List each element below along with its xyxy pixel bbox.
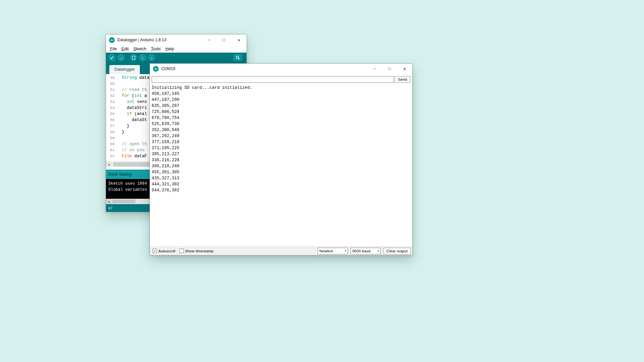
autoscroll-checkbox[interactable]: ✓ Autoscroll bbox=[153, 249, 175, 253]
autoscroll-label: Autoscroll bbox=[158, 249, 175, 253]
serial-output-line: 377,158,218 bbox=[152, 139, 411, 145]
code-text: int sens bbox=[115, 99, 147, 105]
code-text: } bbox=[115, 123, 129, 129]
baud-rate-value: 9600 baud bbox=[352, 249, 370, 253]
serial-output-line: 371,195,225 bbox=[152, 145, 411, 151]
chevron-down-icon: ▾ bbox=[378, 249, 379, 252]
serial-output-line: 368,218,248 bbox=[152, 163, 411, 169]
save-icon: ↓ bbox=[151, 56, 153, 60]
checkbox-box: ✓ bbox=[153, 249, 157, 253]
line-number: 60 bbox=[106, 141, 115, 147]
clear-output-button[interactable]: Clear output bbox=[383, 248, 411, 254]
code-text: // read th bbox=[115, 87, 147, 93]
code-text: dataSt bbox=[115, 117, 147, 123]
scroll-left-icon: ◀ bbox=[108, 163, 110, 166]
serial-output-line: 725,686,528 bbox=[152, 109, 411, 115]
code-text bbox=[115, 135, 122, 141]
check-icon: ✓ bbox=[153, 249, 156, 253]
code-text: dataStri bbox=[115, 105, 147, 111]
show-timestamp-label: Show timestamp bbox=[185, 249, 214, 253]
new-sketch-icon bbox=[132, 56, 135, 60]
line-number: 59 bbox=[106, 135, 115, 141]
monitor-titlebar[interactable]: ∞ COM19 − □ × bbox=[150, 64, 412, 74]
line-number: 57 bbox=[106, 123, 115, 129]
upload-icon: → bbox=[119, 56, 123, 60]
serial-monitor-button[interactable] bbox=[233, 54, 242, 61]
open-icon: ↑ bbox=[142, 56, 144, 60]
console-scrollbar-thumb[interactable] bbox=[112, 199, 136, 203]
serial-output-line: 367,202,249 bbox=[152, 133, 411, 139]
monitor-window-controls: − □ × bbox=[367, 64, 412, 74]
code-text: String data bbox=[115, 75, 150, 81]
minimize-button[interactable]: − bbox=[201, 35, 216, 45]
line-number: 53 bbox=[106, 99, 115, 105]
serial-output-line: 395,213,227 bbox=[152, 151, 411, 157]
ide-titlebar[interactable]: ∞ Datalogger | Arduino 1.8.13 − □ × bbox=[106, 35, 247, 45]
maximize-button[interactable]: □ bbox=[382, 64, 397, 74]
tab-datalogger[interactable]: Datalogger bbox=[109, 65, 140, 74]
line-number: 56 bbox=[106, 117, 115, 123]
magnifier-icon bbox=[235, 55, 240, 60]
serial-output-line: 525,639,738 bbox=[152, 121, 411, 127]
send-button[interactable]: Send bbox=[394, 76, 411, 83]
menu-help[interactable]: Help bbox=[163, 47, 176, 51]
serial-output-line: 352,380,548 bbox=[152, 127, 411, 133]
close-button[interactable]: × bbox=[231, 35, 247, 45]
line-number: 50 bbox=[106, 81, 115, 87]
menu-file[interactable]: File bbox=[108, 47, 119, 51]
serial-output-line: 544,376,302 bbox=[152, 187, 411, 193]
code-text: File dataF bbox=[115, 153, 147, 159]
serial-output-line: 678,780,754 bbox=[152, 115, 411, 121]
serial-send-row: Send bbox=[152, 76, 411, 83]
line-number: 58 bbox=[106, 129, 115, 135]
line-ending-value: Newline bbox=[319, 249, 333, 253]
minimize-button[interactable]: − bbox=[367, 64, 382, 74]
serial-output-line: 338,216,228 bbox=[152, 157, 411, 163]
close-button[interactable]: × bbox=[397, 64, 412, 74]
serial-output-line: Initializing SD card...card initialized. bbox=[152, 85, 411, 91]
monitor-window-title: COM19 bbox=[161, 66, 175, 71]
upload-button[interactable]: → bbox=[117, 54, 125, 61]
ide-toolbar: ✓ → ↑ ↓ bbox=[106, 53, 247, 63]
ide-menubar: File Edit Sketch Tools Help bbox=[106, 45, 247, 53]
infinity-glyph: ∞ bbox=[111, 38, 113, 42]
serial-output-line: 455,301,305 bbox=[152, 169, 411, 175]
baud-rate-select[interactable]: 9600 baud ▾ bbox=[351, 248, 381, 254]
serial-output-line: 458,197,145 bbox=[152, 91, 411, 97]
console-scroll-left-button[interactable]: ◀ bbox=[106, 199, 111, 204]
show-timestamp-checkbox[interactable]: ✓ Show timestamp bbox=[179, 249, 214, 253]
serial-output-line: 635,385,207 bbox=[152, 103, 411, 109]
menu-edit[interactable]: Edit bbox=[119, 47, 131, 51]
save-button[interactable]: ↓ bbox=[148, 54, 155, 61]
ide-window-title: Datalogger | Arduino 1.8.13 bbox=[117, 38, 166, 42]
serial-output-line: 444,321,302 bbox=[152, 181, 411, 187]
code-text: // open th bbox=[115, 141, 147, 147]
menu-sketch[interactable]: Sketch bbox=[131, 47, 149, 51]
maximize-button[interactable]: □ bbox=[216, 35, 231, 45]
line-number: 49 bbox=[106, 75, 115, 81]
serial-output-line: 447,187,200 bbox=[152, 97, 411, 103]
infinity-glyph: ∞ bbox=[155, 67, 157, 71]
serial-output[interactable]: Initializing SD card...card initialized.… bbox=[150, 83, 412, 246]
line-number: 51 bbox=[106, 87, 115, 93]
line-number: 62 bbox=[106, 153, 115, 159]
arduino-logo-icon: ∞ bbox=[153, 66, 159, 72]
line-number: 54 bbox=[106, 105, 115, 111]
code-text: } bbox=[115, 129, 124, 135]
scroll-left-button[interactable]: ◀ bbox=[106, 162, 112, 167]
verify-icon: ✓ bbox=[110, 56, 114, 60]
verify-button[interactable]: ✓ bbox=[108, 54, 116, 61]
code-text: for (int a bbox=[115, 93, 147, 99]
chevron-down-icon: ▾ bbox=[345, 249, 346, 252]
line-ending-select[interactable]: Newline ▾ bbox=[318, 248, 348, 254]
new-sketch-button[interactable] bbox=[130, 54, 137, 61]
serial-input[interactable] bbox=[152, 76, 394, 83]
line-number: 61 bbox=[106, 147, 115, 153]
code-text: // so you bbox=[115, 147, 147, 153]
menu-tools[interactable]: Tools bbox=[149, 47, 163, 51]
arduino-logo-icon: ∞ bbox=[109, 37, 115, 43]
open-button[interactable]: ↑ bbox=[139, 54, 146, 61]
line-number: 52 bbox=[106, 93, 115, 99]
line-number: 55 bbox=[106, 111, 115, 117]
serial-output-line: 435,327,313 bbox=[152, 175, 411, 181]
